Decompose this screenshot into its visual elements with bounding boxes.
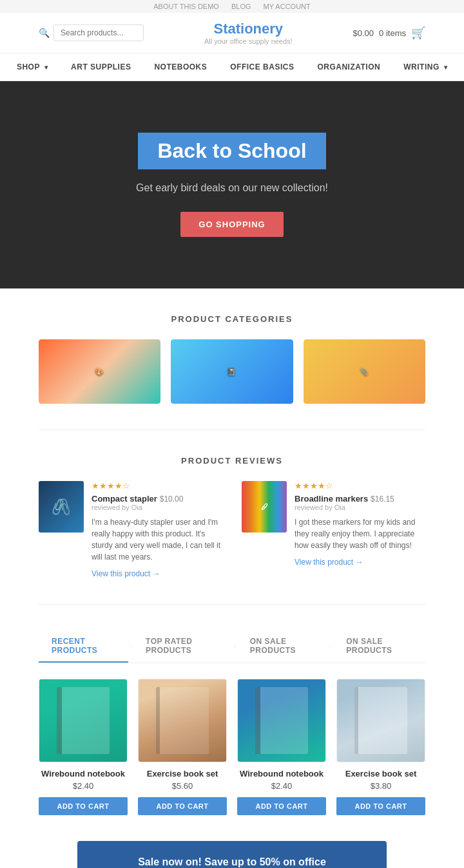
- add-to-cart-button-0[interactable]: ADD TO CART: [39, 797, 128, 815]
- products-grid: Wirebound notebook $2.40 ADD TO CART Exe…: [39, 679, 425, 815]
- chevron-down-icon: ▾: [444, 64, 448, 71]
- site-header: 🔍 Stationery All your office supply need…: [0, 13, 464, 53]
- nav-item-shop: SHOP ▾: [5, 53, 59, 80]
- review-product-name-1: Compact stapler $10.00: [92, 493, 222, 504]
- category-notebooks-label: 📓: [227, 368, 237, 376]
- review-author-2: reviewed by Oia: [295, 504, 425, 511]
- review-text-2: I got these markers for my kids and they…: [295, 516, 425, 551]
- stapler-icon: 🖇️: [52, 498, 71, 516]
- product-reviews-title: PRODUCT REVIEWS: [39, 456, 425, 466]
- sale-banner-wrapper: Sale now on! Save up to 50% on office es…: [0, 841, 464, 868]
- site-nav: SHOP ▾ ART SUPPLIES NOTEBOOKS OFFICE BAS…: [0, 53, 464, 81]
- tab-separator-3: ·: [329, 630, 333, 663]
- nav-item-office: OFFICE BASICS: [218, 53, 305, 80]
- nav-link-art[interactable]: ART SUPPLIES: [59, 53, 142, 80]
- product-name-0: Wirebound notebook: [39, 769, 128, 778]
- hero-subtitle: Get early bird deals on our new collecti…: [26, 182, 438, 194]
- product-visual-blue: [238, 679, 325, 762]
- search-wrap: 🔍: [39, 24, 144, 41]
- review-link-1[interactable]: View this product →: [92, 569, 160, 578]
- go-shopping-button[interactable]: GO SHOPPING: [180, 212, 283, 237]
- chevron-down-icon: ▾: [44, 64, 48, 71]
- sale-banner-text: Sale now on! Save up to 50% on office es…: [138, 856, 326, 868]
- tab-top-rated[interactable]: TOP RATED PRODUCTS: [133, 630, 233, 663]
- review-card-2: 🖊 ★★★★☆ Broadline markers $16.15 reviewe…: [242, 481, 425, 578]
- product-card-1: Exercise book set $5.60 ADD TO CART: [138, 679, 227, 815]
- category-office-image: 📎: [304, 339, 425, 404]
- nav-list: SHOP ▾ ART SUPPLIES NOTEBOOKS OFFICE BAS…: [0, 53, 464, 80]
- category-art-image: 🎨: [39, 339, 160, 404]
- category-card-art[interactable]: 🎨: [39, 339, 160, 404]
- tab-recent-products[interactable]: RECENT PRODUCTS: [39, 630, 128, 663]
- product-image-2: [237, 679, 326, 762]
- review-author-1: reviewed by Oia: [92, 504, 222, 511]
- product-visual-slate: [337, 679, 425, 762]
- nav-link-notebooks[interactable]: NOTEBOOKS: [142, 53, 218, 80]
- category-office-label: 📎: [360, 368, 369, 376]
- product-image-0: [39, 679, 128, 762]
- product-name-2: Wirebound notebook: [237, 769, 326, 778]
- nav-link-office[interactable]: OFFICE BASICS: [218, 53, 305, 80]
- cart-button[interactable]: 🛒: [411, 26, 425, 40]
- site-tagline: All your office supply needs!: [204, 37, 293, 45]
- product-image-1: [138, 679, 227, 762]
- product-categories-title: PRODUCT CATEGORIES: [39, 314, 425, 324]
- category-notebooks-image: 📓: [171, 339, 293, 404]
- add-to-cart-button-2[interactable]: ADD TO CART: [237, 797, 326, 815]
- review-stars-2: ★★★★☆: [295, 481, 425, 491]
- product-name-3: Exercise book set: [336, 769, 425, 778]
- review-product-image-2: 🖊: [242, 481, 287, 533]
- product-price-0: $2.40: [39, 781, 128, 791]
- category-art-label: 🎨: [95, 368, 104, 376]
- search-input[interactable]: [53, 24, 144, 41]
- product-name-1: Exercise book set: [138, 769, 227, 778]
- hero-title: Back to School: [157, 139, 306, 163]
- category-card-office[interactable]: 📎: [304, 339, 425, 404]
- product-visual-warm: [139, 679, 226, 762]
- topbar-about[interactable]: ABOUT THIS DEMO: [153, 3, 219, 10]
- nav-link-org[interactable]: ORGANIZATION: [305, 53, 392, 80]
- product-card-2: Wirebound notebook $2.40 ADD TO CART: [237, 679, 326, 815]
- review-body-1: ★★★★☆ Compact stapler $10.00 reviewed by…: [92, 481, 222, 578]
- product-price-3: $3.80: [336, 781, 425, 791]
- review-text-1: I'm a heavy-duty stapler user and I'm re…: [92, 516, 222, 563]
- top-bar: ABOUT THIS DEMO BLOG MY ACCOUNT: [0, 0, 464, 13]
- nav-item-org: ORGANIZATION: [305, 53, 392, 80]
- cart-wrap: $0.00 0 items 🛒: [353, 26, 425, 40]
- review-link-2[interactable]: View this product →: [295, 558, 363, 567]
- markers-icon: 🖊: [261, 503, 268, 511]
- tab-separator-2: ·: [233, 630, 237, 663]
- site-branding: Stationery All your office supply needs!: [204, 21, 293, 45]
- sale-banner: Sale now on! Save up to 50% on office es…: [77, 841, 387, 868]
- products-section: RECENT PRODUCTS · TOP RATED PRODUCTS · O…: [0, 605, 464, 841]
- topbar-blog[interactable]: BLOG: [231, 3, 251, 10]
- cart-amount: $0.00: [353, 28, 374, 38]
- hero-section: Back to School Get early bird deals on o…: [0, 81, 464, 288]
- hero-title-box: Back to School: [138, 133, 325, 169]
- search-icon: 🔍: [39, 28, 50, 38]
- topbar-account[interactable]: MY ACCOUNT: [264, 3, 311, 10]
- product-image-3: [336, 679, 425, 762]
- review-product-image-1: 🖇️: [39, 481, 84, 533]
- product-card-0: Wirebound notebook $2.40 ADD TO CART: [39, 679, 128, 815]
- category-card-notebooks[interactable]: 📓: [171, 339, 293, 404]
- review-product-name-2: Broadline markers $16.15: [295, 493, 425, 504]
- nav-link-writing[interactable]: WRITING ▾: [392, 53, 459, 80]
- product-price-1: $5.60: [138, 781, 227, 791]
- cart-items: 0 items: [379, 28, 406, 38]
- add-to-cart-button-3[interactable]: ADD TO CART: [336, 797, 425, 815]
- nav-item-writing: WRITING ▾: [392, 53, 459, 80]
- tab-on-sale-2[interactable]: ON SALE PRODUCTS: [333, 630, 425, 663]
- nav-item-art: ART SUPPLIES: [59, 53, 142, 80]
- review-stars-1: ★★★★☆: [92, 481, 222, 491]
- tab-separator-1: ·: [128, 630, 133, 663]
- site-title[interactable]: Stationery: [213, 21, 283, 37]
- product-reviews-section: PRODUCT REVIEWS 🖇️ ★★★★☆ Compact stapler…: [0, 430, 464, 604]
- review-card-1: 🖇️ ★★★★☆ Compact stapler $10.00 reviewed…: [39, 481, 222, 578]
- nav-link-shop[interactable]: SHOP ▾: [5, 53, 59, 80]
- tab-on-sale-1[interactable]: ON SALE PRODUCTS: [237, 630, 329, 663]
- reviews-grid: 🖇️ ★★★★☆ Compact stapler $10.00 reviewed…: [39, 481, 425, 578]
- nav-item-notebooks: NOTEBOOKS: [142, 53, 218, 80]
- product-price-2: $2.40: [237, 781, 326, 791]
- add-to-cart-button-1[interactable]: ADD TO CART: [138, 797, 227, 815]
